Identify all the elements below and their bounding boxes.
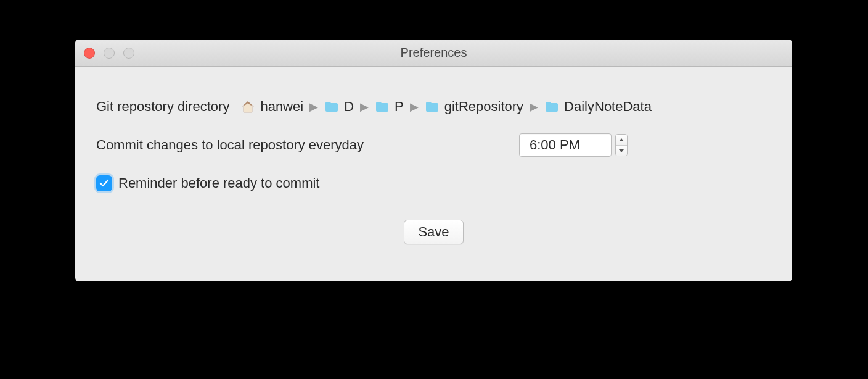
zoom-button[interactable] — [123, 48, 134, 59]
preferences-window: Preferences Git repostory directory hanw… — [75, 40, 792, 281]
commit-schedule-label: Commit changes to local repostory everyd… — [96, 137, 519, 153]
commit-time-stepper: 6:00 PM — [519, 133, 628, 157]
content: Git repostory directory hanwei▶D▶P▶gitRe… — [75, 67, 792, 281]
breadcrumb-label: DailyNoteData — [564, 99, 652, 115]
breadcrumb-label: hanwei — [260, 99, 303, 115]
breadcrumb-segment[interactable]: hanwei — [240, 99, 303, 115]
breadcrumb-segment[interactable]: P — [375, 99, 404, 115]
breadcrumb-label: P — [395, 99, 404, 115]
stepper-up-button[interactable] — [616, 135, 627, 145]
breadcrumb-segment[interactable]: DailyNoteData — [544, 99, 652, 115]
breadcrumb-segment[interactable]: D — [324, 99, 354, 115]
repo-path-breadcrumb[interactable]: hanwei▶D▶P▶gitRepository▶DailyNoteData — [240, 99, 652, 115]
chevron-right-icon: ▶ — [309, 100, 318, 114]
save-button[interactable]: Save — [404, 220, 463, 244]
repo-dir-label: Git repostory directory — [96, 99, 229, 115]
commit-schedule-row: Commit changes to local repostory everyd… — [96, 133, 771, 157]
traffic-lights — [84, 48, 134, 59]
breadcrumb-label: D — [344, 99, 354, 115]
breadcrumb-label: gitRepository — [444, 99, 523, 115]
commit-time-field[interactable]: 6:00 PM — [519, 133, 612, 157]
chevron-down-icon — [619, 149, 624, 152]
folder-icon — [375, 99, 390, 114]
folder-icon — [425, 99, 440, 114]
chevron-right-icon: ▶ — [360, 100, 369, 114]
repo-dir-row: Git repostory directory hanwei▶D▶P▶gitRe… — [96, 99, 771, 115]
minimize-button[interactable] — [104, 48, 115, 59]
home-icon — [240, 99, 255, 114]
folder-icon — [324, 99, 339, 114]
chevron-up-icon — [619, 138, 624, 141]
folder-icon — [544, 99, 559, 114]
reminder-checkbox[interactable] — [96, 175, 112, 191]
time-stepper-buttons — [615, 134, 628, 156]
save-row: Save — [96, 220, 771, 244]
check-icon — [99, 178, 109, 188]
reminder-label: Reminder before ready to commit — [118, 175, 319, 191]
window-title: Preferences — [75, 46, 792, 60]
titlebar: Preferences — [75, 40, 792, 67]
chevron-right-icon: ▶ — [410, 100, 419, 114]
breadcrumb-segment[interactable]: gitRepository — [425, 99, 523, 115]
reminder-row: Reminder before ready to commit — [96, 175, 771, 191]
stepper-down-button[interactable] — [616, 145, 627, 156]
close-button[interactable] — [84, 48, 95, 59]
chevron-right-icon: ▶ — [530, 100, 538, 114]
